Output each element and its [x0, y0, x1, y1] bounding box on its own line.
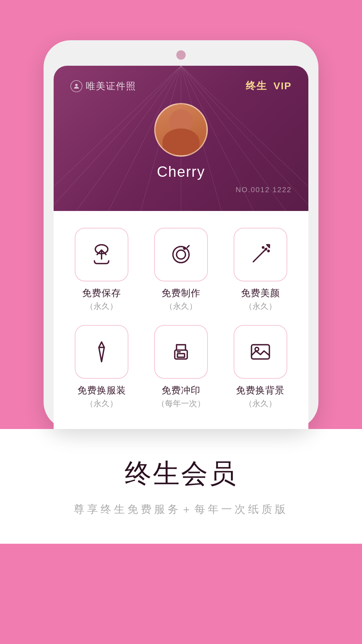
phone-frame: 唯美证件照 终生 VIP Cherry NO.0012 1222: [44, 40, 318, 429]
features-section: 免费保存 （永久） 免费制作 （永久）: [54, 211, 308, 429]
feature-duration-make: （永久）: [165, 301, 197, 312]
feature-label-save: 免费保存 （永久）: [82, 287, 121, 312]
lifetime-title: 终生会员: [125, 456, 237, 492]
feature-label-print: 免费冲印 （每年一次）: [157, 384, 205, 409]
svg-line-16: [187, 246, 189, 247]
card-header: 唯美证件照 终生 VIP: [70, 79, 292, 93]
user-name: Cherry: [157, 163, 205, 180]
camera-notch: [176, 50, 186, 60]
feature-label-clothes: 免费换服装 （永久）: [77, 384, 126, 409]
feature-label-beauty: 免费美颜 （永久）: [241, 287, 280, 312]
feature-bg: 免费换背景 （永久）: [226, 325, 295, 409]
notch-bar: [54, 50, 308, 60]
member-number: NO.0012 1222: [70, 185, 292, 194]
feature-label-bg: 免费换背景 （永久）: [236, 384, 285, 409]
svg-line-17: [253, 251, 264, 262]
svg-point-21: [265, 249, 266, 250]
features-grid: 免费保存 （永久） 免费制作 （永久）: [67, 228, 295, 409]
feature-icon-box-make[interactable]: [154, 228, 208, 281]
feature-name-clothes: 免费换服装: [77, 384, 126, 397]
app-name: 唯美证件照: [86, 80, 136, 93]
feature-name-beauty: 免费美颜: [241, 287, 280, 300]
feature-name-save: 免费保存: [82, 287, 121, 300]
feature-duration-bg: （永久）: [244, 398, 277, 409]
bottom-section: 终生会员 尊享终生免费服务＋每年一次纸质版: [0, 429, 362, 544]
svg-point-23: [268, 250, 269, 252]
logo-icon: [70, 80, 82, 92]
feature-duration-clothes: （永久）: [85, 398, 118, 409]
feature-icon-box-beauty[interactable]: [234, 228, 287, 281]
avatar: [154, 103, 208, 157]
feature-name-make: 免费制作: [162, 287, 200, 300]
svg-point-15: [184, 248, 185, 249]
svg-point-13: [173, 247, 189, 263]
vip-badge: 终生 VIP: [246, 79, 292, 93]
feature-icon-box-bg[interactable]: [234, 325, 287, 379]
feature-icon-box-save[interactable]: [75, 228, 128, 281]
feature-make: 免费制作 （永久）: [146, 228, 216, 312]
feature-icon-box-print[interactable]: [154, 325, 208, 379]
feature-label-make: 免费制作 （永久）: [162, 287, 200, 312]
feature-duration-beauty: （永久）: [244, 301, 277, 312]
svg-point-22: [262, 247, 264, 248]
svg-rect-25: [177, 354, 184, 357]
feature-save: 免费保存 （永久）: [67, 228, 136, 312]
feature-beauty: 免费美颜 （永久）: [226, 228, 295, 312]
feature-duration-save: （永久）: [85, 301, 118, 312]
svg-point-14: [177, 250, 186, 259]
lifetime-description: 尊享终生免费服务＋每年一次纸质版: [74, 502, 288, 517]
feature-print: 免费冲印 （每年一次）: [146, 325, 216, 409]
feature-clothes: 免费换服装 （永久）: [67, 325, 136, 409]
vip-card: 唯美证件照 终生 VIP Cherry NO.0012 1222: [54, 66, 308, 211]
feature-duration-print: （每年一次）: [157, 398, 205, 409]
feature-name-bg: 免费换背景: [236, 384, 285, 397]
avatar-figure: [156, 104, 206, 155]
svg-point-11: [75, 84, 77, 86]
avatar-section: Cherry NO.0012 1222: [70, 103, 292, 194]
feature-name-print: 免费冲印: [162, 384, 200, 397]
app-logo: 唯美证件照: [70, 80, 136, 93]
feature-icon-box-clothes[interactable]: [75, 325, 128, 379]
